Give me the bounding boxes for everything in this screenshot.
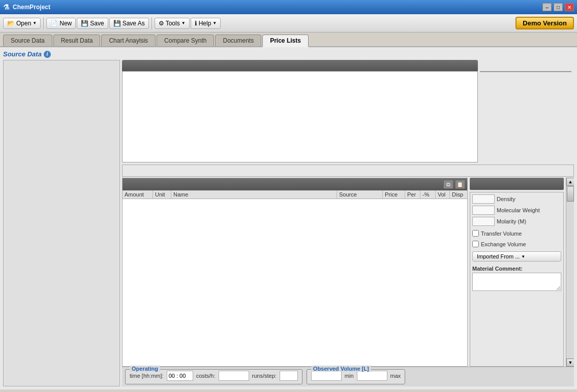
transfer-volume-checkbox[interactable] [472, 230, 479, 237]
page-title: Source Data [3, 50, 42, 58]
exchange-volume-label: Exchange Volume [481, 241, 526, 247]
exchange-volume-checkbox[interactable] [472, 241, 479, 247]
help-dropdown-arrow: ▼ [212, 21, 217, 25]
title-bar-controls: – □ ✕ [542, 3, 574, 11]
app-icon: ⚗ [3, 3, 10, 11]
open-button[interactable]: 📂 Open ▼ [3, 18, 41, 29]
main-content: Source Data i [0, 47, 577, 389]
info-icon[interactable]: i [44, 51, 51, 58]
open-dropdown-arrow: ▼ [33, 21, 37, 25]
operating-legend: Operating [130, 366, 160, 372]
save-button[interactable]: 💾 Save [77, 18, 108, 29]
new-button[interactable]: 📄 New [46, 18, 76, 29]
observed-volume-max-input[interactable] [357, 371, 387, 381]
app-title: ChemProject [13, 4, 50, 11]
structure-mini-panel [480, 71, 571, 72]
page-title-row: Source Data i [3, 50, 574, 58]
molecular-weight-input[interactable] [472, 206, 495, 215]
right-top-spacer [480, 60, 574, 71]
molarity-row: Molarity (M) [472, 217, 561, 226]
tab-compare-synth[interactable]: Compare Synth [157, 35, 214, 46]
tools-button[interactable]: ⚙ Tools ▼ [155, 18, 190, 29]
costs-label: costs/h: [196, 373, 216, 379]
molecular-weight-row: Molecular Weight [472, 206, 561, 215]
new-icon: 📄 [50, 20, 58, 27]
props-header-bar [470, 178, 564, 190]
demo-badge: Demo Version [515, 17, 574, 29]
costs-input[interactable] [219, 371, 249, 381]
title-bar: ⚗ ChemProject – □ ✕ [0, 0, 577, 14]
molecule-header-bar [122, 60, 478, 71]
transfer-volume-label: Transfer Volume [481, 231, 522, 237]
close-button[interactable]: ✕ [565, 3, 574, 11]
exchange-volume-row: Exchange Volume [472, 241, 561, 247]
left-panel [3, 60, 120, 386]
table-column-headers: Amount Unit Name Source Price [123, 190, 467, 199]
col-name: Name [171, 190, 337, 199]
scroll-up-button[interactable]: ▲ [566, 178, 574, 186]
material-comment-input[interactable] [472, 273, 561, 291]
time-label: time [hh:mm]: [130, 373, 164, 379]
col-amount: Amount [123, 190, 153, 199]
molarity-input[interactable] [472, 217, 495, 226]
material-comment-section: Material Comment: [472, 266, 561, 292]
tab-chart-analysis[interactable]: Chart Anaylsis [101, 35, 156, 46]
toolbar: 📂 Open ▼ 📄 New 💾 Save 💾 Save As ⚙ Tools … [0, 14, 577, 32]
table-body[interactable] [123, 199, 467, 366]
molecule-canvas[interactable] [122, 71, 478, 162]
col-disp: Disp [450, 190, 467, 199]
col-per: Per [405, 190, 420, 199]
molecular-weight-label: Molecular Weight [497, 207, 540, 213]
runs-input[interactable] [280, 371, 298, 381]
vertical-scrollbar[interactable]: ▲ ▼ [566, 178, 574, 367]
material-comment-label: Material Comment: [472, 266, 561, 272]
properties-panel: Density Molecular Weight Molarity (M) [470, 192, 564, 367]
col-price: Price [383, 190, 405, 199]
title-bar-left: ⚗ ChemProject [3, 3, 50, 11]
save-icon: 💾 [81, 20, 88, 27]
toolbar-separator-2 [151, 17, 152, 29]
help-icon: ℹ [195, 20, 197, 27]
col-source: Source [337, 190, 383, 199]
scroll-down-button[interactable]: ▼ [566, 358, 574, 367]
observed-volume-group: Observed Volume [L] min max [307, 369, 406, 384]
col-vol: Vol [436, 190, 450, 199]
section-bar [122, 165, 574, 177]
table-icon-copy[interactable]: ⧉ [443, 180, 453, 189]
tab-bar: Source Data Result Data Chart Anaylsis C… [0, 32, 577, 47]
tools-icon: ⚙ [159, 20, 164, 27]
operating-group: Operating time [hh:mm]: costs/h: runs/st… [125, 369, 302, 384]
minimize-button[interactable]: – [542, 3, 552, 11]
observed-volume-legend: Observed Volume [L] [311, 366, 371, 372]
scroll-track[interactable] [566, 186, 574, 358]
tab-source-data[interactable]: Source Data [3, 35, 52, 46]
scroll-thumb[interactable] [567, 186, 574, 202]
time-input[interactable] [167, 371, 193, 381]
tab-price-lists[interactable]: Price Lists [262, 35, 309, 47]
runs-label: runs/step: [252, 373, 277, 379]
toolbar-separator-1 [43, 17, 44, 29]
observed-volume-min-input[interactable] [311, 371, 342, 381]
save-as-button[interactable]: 💾 Save As [109, 18, 149, 29]
tab-result-data[interactable]: Result Data [53, 35, 101, 46]
open-icon: 📂 [7, 20, 15, 27]
molarity-label: Molarity (M) [497, 218, 526, 224]
table-header-bar: ⧉ 📋 [123, 178, 467, 190]
col-unit: Unit [153, 190, 171, 199]
density-input[interactable] [472, 194, 495, 204]
bottom-section: Operating time [hh:mm]: costs/h: runs/st… [122, 367, 574, 386]
imported-dropdown-arrow: ▼ [521, 254, 525, 259]
maximize-button[interactable]: □ [554, 3, 563, 11]
table-icon-paste[interactable]: 📋 [455, 180, 465, 189]
transfer-volume-row: Transfer Volume [472, 230, 561, 237]
col-pct: -% [420, 190, 436, 199]
help-button[interactable]: ℹ Help ▼ [191, 18, 221, 29]
min-label: min [345, 373, 354, 379]
density-label: Density [497, 196, 515, 202]
tools-dropdown-arrow: ▼ [181, 21, 186, 25]
save-as-icon: 💾 [113, 20, 121, 27]
density-row: Density [472, 194, 561, 204]
max-label: max [390, 373, 401, 379]
tab-documents[interactable]: Documents [215, 35, 261, 46]
imported-from-button[interactable]: Imported From ... ▼ [472, 251, 561, 262]
